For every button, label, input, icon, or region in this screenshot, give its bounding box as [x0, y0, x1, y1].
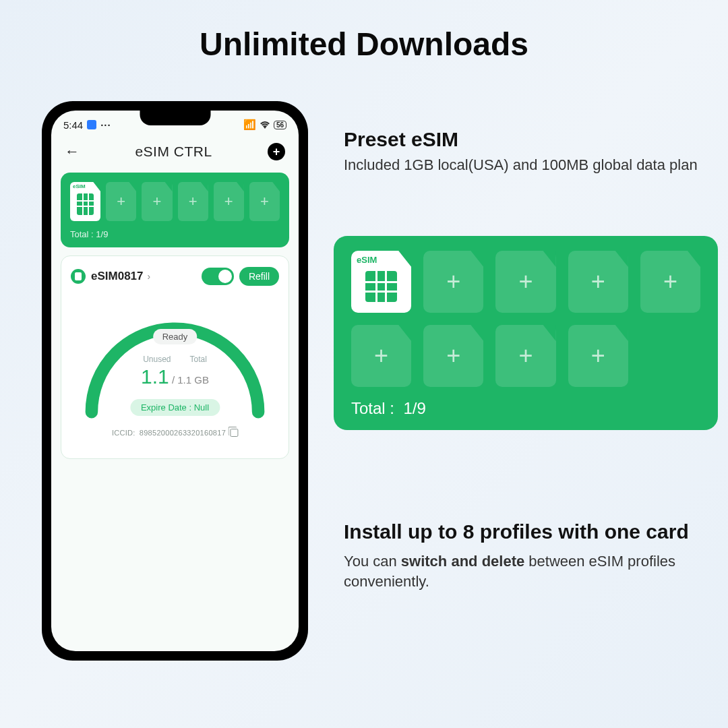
sim-chip-icon — [365, 271, 396, 302]
plus-icon: + — [591, 268, 605, 296]
big-slot-empty[interactable]: + — [351, 325, 411, 387]
esim-toggle[interactable] — [202, 268, 234, 285]
sim-icon — [71, 269, 86, 284]
big-slot-empty[interactable]: + — [568, 325, 628, 387]
add-button[interactable]: + — [268, 143, 285, 160]
page-title: Unlimited Downloads — [0, 0, 728, 63]
big-slot-empty[interactable]: + — [423, 325, 483, 387]
copy-icon[interactable] — [230, 429, 238, 437]
plus-icon: + — [224, 193, 233, 210]
profiles-section: Install up to 8 profiles with one card Y… — [344, 519, 708, 593]
plus-icon: + — [260, 193, 269, 210]
phone-notch — [140, 111, 210, 125]
esim-detail-card: eSIM0817 › Refill Ready Unused Total — [61, 255, 289, 459]
usage-value: 1.1 / 1.1 GB — [118, 365, 233, 388]
phone-frame: 5:44 ··· 📶 56 ← eSIM CTRL + eSIM — [42, 101, 308, 661]
back-button[interactable]: ← — [65, 143, 80, 160]
plus-icon: + — [591, 342, 605, 370]
big-slot-empty[interactable]: + — [640, 251, 700, 313]
status-app-indicator — [87, 120, 96, 129]
sim-slot-empty[interactable]: + — [249, 182, 280, 221]
battery-icon: 56 — [274, 121, 286, 129]
unused-label: Unused — [143, 355, 171, 364]
plus-icon: + — [374, 342, 388, 370]
plus-icon: + — [663, 268, 677, 296]
preset-section: Preset eSIM Included 1GB local(USA) and … — [344, 128, 708, 175]
preset-title: Preset eSIM — [344, 128, 708, 151]
sim-slot-active[interactable]: eSIM — [70, 182, 100, 221]
plus-icon: + — [189, 193, 198, 210]
plus-icon: + — [117, 193, 125, 210]
preset-body: Included 1GB local(USA) and 100MB global… — [344, 155, 708, 175]
status-time: 5:44 — [63, 119, 83, 131]
profiles-card: eSIM + + + + + + + + Total : 1/9 — [334, 236, 718, 430]
big-card-total: Total : 1/9 — [351, 399, 700, 418]
big-slot-active[interactable]: eSIM — [351, 251, 411, 313]
esim-name[interactable]: eSIM0817 — [91, 270, 144, 283]
sim-slot-empty[interactable]: + — [106, 182, 136, 221]
app-header: ← eSIM CTRL + — [51, 133, 299, 167]
profiles-body: You can switch and delete between eSIM p… — [344, 551, 708, 593]
status-more-icon: ··· — [100, 119, 111, 131]
sim-slot-empty[interactable]: + — [178, 182, 208, 221]
plus-icon: + — [518, 342, 533, 370]
big-slot-empty[interactable]: + — [568, 251, 628, 313]
wifi-icon — [260, 119, 270, 131]
sim-tray-card: eSIM + + + + + Total : 1/9 — [61, 173, 289, 247]
plus-icon: + — [446, 342, 460, 370]
sim-chip-icon — [77, 193, 94, 215]
chevron-right-icon: › — [148, 271, 151, 282]
big-slot-empty[interactable]: + — [495, 325, 555, 387]
total-label: Total — [190, 355, 207, 364]
plus-icon: + — [153, 193, 162, 210]
expire-pill: Expire Date : Null — [130, 399, 220, 416]
sim-slot-empty[interactable]: + — [214, 182, 244, 221]
esim-label: eSIM — [73, 183, 86, 189]
big-slot-empty[interactable]: + — [495, 251, 555, 313]
status-pill: Ready — [153, 329, 198, 344]
esim-label: eSIM — [357, 255, 377, 265]
big-slot-empty[interactable]: + — [423, 251, 483, 313]
usage-gauge: Ready Unused Total 1.1 / 1.1 GB Expire D… — [71, 299, 279, 448]
tray-total: Total : 1/9 — [70, 229, 280, 239]
sim-slot-empty[interactable]: + — [142, 182, 172, 221]
plus-icon: + — [446, 268, 460, 296]
plus-icon: + — [518, 268, 533, 296]
profiles-title: Install up to 8 profiles with one card — [344, 519, 708, 545]
app-title: eSIM CTRL — [135, 144, 212, 160]
signal-icon: 📶 — [243, 119, 256, 131]
iccid-row[interactable]: ICCID:89852000263320160817 — [112, 429, 238, 437]
phone-screen: 5:44 ··· 📶 56 ← eSIM CTRL + eSIM — [51, 111, 299, 651]
refill-button[interactable]: Refill — [239, 267, 279, 286]
